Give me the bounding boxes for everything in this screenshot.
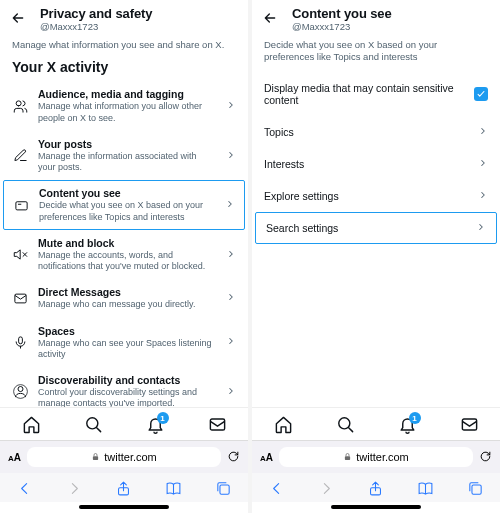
text-size-button[interactable]: AA <box>8 452 21 463</box>
app-tabbar: 1 <box>252 407 500 440</box>
browser-tabs[interactable] <box>215 480 232 499</box>
mail-icon <box>12 291 28 306</box>
mute-icon <box>12 247 28 262</box>
page-title: Privacy and safety <box>40 6 152 21</box>
tab-search[interactable] <box>84 415 103 436</box>
browser-toolbar <box>252 473 500 502</box>
row-your-posts[interactable]: Your postsManage the information associa… <box>0 131 248 181</box>
browser-address-bar: AA twitter.com <box>252 440 500 473</box>
contacts-icon <box>12 384 28 399</box>
page-header: Privacy and safety @Maxxx1723 <box>0 0 248 36</box>
chevron-right-icon <box>226 150 236 162</box>
page-handle: @Maxxx1723 <box>40 21 152 32</box>
chevron-right-icon <box>478 158 488 170</box>
toggle-sensitive-media[interactable]: Display media that may contain sensitive… <box>252 72 500 116</box>
notif-badge: 1 <box>409 412 421 424</box>
row-interests[interactable]: Interests <box>252 148 500 180</box>
browser-bookmarks[interactable] <box>417 480 434 499</box>
row-topics[interactable]: Topics <box>252 116 500 148</box>
page-header: Content you see @Maxxx1723 <box>252 0 500 36</box>
row-title: Spaces <box>38 325 216 337</box>
app-tabbar: 1 <box>0 407 248 440</box>
tab-home[interactable] <box>274 415 293 436</box>
row-direct-messages[interactable]: Direct MessagesManage who can message yo… <box>0 279 248 317</box>
text-size-button[interactable]: AA <box>260 452 273 463</box>
page-handle: @Maxxx1723 <box>292 21 392 32</box>
chevron-right-icon <box>225 199 235 211</box>
screen-content-you-see: Content you see @Maxxx1723 Decide what y… <box>252 0 500 513</box>
chevron-right-icon <box>478 190 488 202</box>
row-spaces[interactable]: SpacesManage who can see your Spaces lis… <box>0 318 248 368</box>
chevron-right-icon <box>476 222 486 234</box>
lock-icon <box>343 451 352 463</box>
url-field[interactable]: twitter.com <box>279 447 473 467</box>
home-indicator <box>331 505 421 509</box>
row-desc: Control your discoverability settings an… <box>38 387 216 407</box>
url-field[interactable]: twitter.com <box>27 447 221 467</box>
chevron-right-icon <box>478 126 488 138</box>
checkbox-icon[interactable] <box>474 87 488 101</box>
tab-notifications[interactable]: 1 <box>398 415 417 436</box>
pencil-icon <box>12 148 28 163</box>
row-search-settings[interactable]: Search settings <box>255 212 497 244</box>
reload-button[interactable] <box>227 450 240 465</box>
back-button[interactable] <box>262 10 278 28</box>
reload-button[interactable] <box>479 450 492 465</box>
chevron-right-icon <box>226 100 236 112</box>
row-title: Discoverability and contacts <box>38 374 216 386</box>
browser-forward <box>66 480 83 499</box>
row-desc: Manage what information you allow other … <box>38 101 216 124</box>
row-desc: Manage who can message you directly. <box>38 299 216 310</box>
row-desc: Manage the information associated with y… <box>38 151 216 174</box>
browser-back[interactable] <box>268 480 285 499</box>
row-label: Explore settings <box>264 190 339 202</box>
row-desc: Manage the accounts, words, and notifica… <box>38 250 216 273</box>
row-audience[interactable]: Audience, media and taggingManage what i… <box>0 81 248 131</box>
row-title: Audience, media and tagging <box>38 88 216 100</box>
row-discoverability[interactable]: Discoverability and contactsControl your… <box>0 367 248 407</box>
row-label: Interests <box>264 158 304 170</box>
row-explore-settings[interactable]: Explore settings <box>252 180 500 212</box>
tab-search[interactable] <box>336 415 355 436</box>
section-heading: Your X activity <box>0 59 248 81</box>
url-text: twitter.com <box>356 451 409 463</box>
page-description: Decide what you see on X based on your p… <box>252 36 500 72</box>
browser-forward <box>318 480 335 499</box>
row-title: Mute and block <box>38 237 216 249</box>
tab-messages[interactable] <box>208 415 227 436</box>
toggle-label: Display media that may contain sensitive… <box>264 82 474 106</box>
browser-bookmarks[interactable] <box>165 480 182 499</box>
back-button[interactable] <box>10 10 26 28</box>
row-title: Direct Messages <box>38 286 216 298</box>
tab-messages[interactable] <box>460 415 479 436</box>
lock-icon <box>91 451 100 463</box>
page-description: Manage what information you see and shar… <box>0 36 248 59</box>
chevron-right-icon <box>226 336 236 348</box>
chevron-right-icon <box>226 292 236 304</box>
browser-toolbar <box>0 473 248 502</box>
row-label: Search settings <box>266 222 338 234</box>
url-text: twitter.com <box>104 451 157 463</box>
browser-share[interactable] <box>115 480 132 499</box>
browser-back[interactable] <box>16 480 33 499</box>
browser-tabs[interactable] <box>467 480 484 499</box>
notif-badge: 1 <box>157 412 169 424</box>
tab-notifications[interactable]: 1 <box>146 415 165 436</box>
mic-icon <box>12 335 28 350</box>
row-desc: Manage who can see your Spaces listening… <box>38 338 216 361</box>
settings-list: Audience, media and taggingManage what i… <box>0 81 248 407</box>
screen-privacy-safety: Privacy and safety @Maxxx1723 Manage wha… <box>0 0 248 513</box>
chevron-right-icon <box>226 386 236 398</box>
home-indicator <box>79 505 169 509</box>
row-label: Topics <box>264 126 294 138</box>
card-icon <box>13 198 29 213</box>
row-title: Your posts <box>38 138 216 150</box>
row-content-you-see[interactable]: Content you seeDecide what you see on X … <box>3 180 245 230</box>
row-desc: Decide what you see on X based on your p… <box>39 200 215 223</box>
browser-share[interactable] <box>367 480 384 499</box>
row-mute-block[interactable]: Mute and blockManage the accounts, words… <box>0 230 248 280</box>
users-icon <box>12 99 28 114</box>
tab-home[interactable] <box>22 415 41 436</box>
browser-address-bar: AA twitter.com <box>0 440 248 473</box>
page-title: Content you see <box>292 6 392 21</box>
